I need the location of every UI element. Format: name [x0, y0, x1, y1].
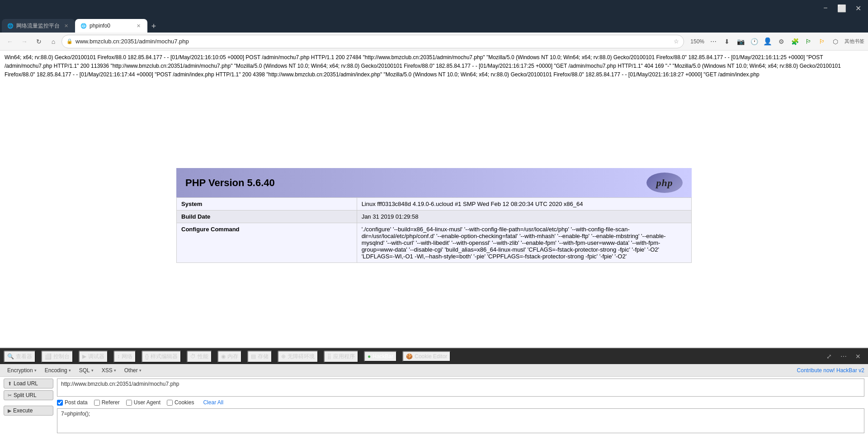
address-input[interactable]: [75, 38, 671, 45]
devtools-debugger[interactable]: ▶ 调试器: [79, 351, 108, 363]
browser-content[interactable]: Win64; x64; rv:88.0) Gecko/20100101 Fire…: [0, 51, 868, 348]
tab-bar: 🌐 网络流量监控平台 ✕ 🌐 phpinfo0 ✕ +: [0, 16, 868, 33]
other-icon[interactable]: ⬡: [829, 35, 842, 48]
devtools-performance[interactable]: ⏱ 性能: [187, 351, 212, 363]
tab-monitor[interactable]: 🌐 网络流量监控平台 ✕: [2, 19, 75, 33]
hackbar-url-area: Post data Referer User Agent Cookies C: [57, 379, 864, 433]
devtools-accessibility[interactable]: ⊕ 无障碍环境: [278, 351, 318, 363]
table-cell-value: Jan 31 2019 01:29:58: [357, 210, 691, 223]
split-url-icon: ✂: [8, 393, 12, 398]
devtools-application[interactable]: ⣿ 应用程序: [324, 351, 359, 363]
encoding-label: Encoding: [45, 367, 67, 374]
tab-close-button[interactable]: ✕: [135, 22, 142, 29]
performance-icon: ⏱: [190, 353, 196, 360]
memory-icon: ◉: [221, 353, 226, 360]
encryption-label: Encryption: [7, 367, 33, 374]
devtools-inspector[interactable]: 🔍 查看器: [4, 351, 36, 363]
menu-encryption[interactable]: Encryption ▾: [4, 366, 40, 375]
post-data-checkbox[interactable]: [57, 400, 63, 406]
execute-button[interactable]: ▶ Execute: [4, 406, 53, 416]
cookies-checkbox-label[interactable]: Cookies: [167, 399, 194, 406]
devtools-cookie-editor[interactable]: 🍪 Cookie Editor: [402, 351, 451, 362]
toolbar-icons: 150% ⋯ ⬇ 📷 🕐 👤 ⚙ 🧩 🏳 🏳 ⬡ 其他书签: [689, 35, 864, 48]
settings-button[interactable]: ⚙: [775, 35, 788, 48]
cookies-label: Cookies: [175, 399, 194, 406]
clear-all-button[interactable]: Clear All: [203, 399, 223, 406]
browser-chrome: − ⬜ ✕ 🌐 网络流量监控平台 ✕ 🌐 phpinfo0 ✕ + ← → ↻ …: [0, 0, 868, 51]
split-url-label: Split URL: [14, 392, 37, 398]
devtools-close[interactable]: ✕: [852, 350, 864, 363]
referer-checkbox-label[interactable]: Referer: [94, 399, 120, 406]
hackbar-panel: Encryption ▾ Encoding ▾ SQL ▾ XSS ▾ Othe…: [0, 364, 868, 435]
sql-dropdown-arrow: ▾: [91, 368, 94, 373]
devtools-console[interactable]: ⬜ 控制台: [41, 351, 73, 363]
xss-dropdown-arrow: ▾: [114, 368, 116, 373]
bookmark-icon[interactable]: ☆: [674, 38, 679, 45]
devtools-memory[interactable]: ◉ 内存: [217, 351, 242, 363]
application-icon: ⣿: [327, 353, 331, 360]
clock-button[interactable]: 🕐: [748, 35, 760, 48]
split-url-button[interactable]: ✂ Split URL: [4, 390, 53, 400]
table-row: Build DateJan 31 2019 01:29:58: [177, 210, 692, 223]
hackbar-menu: Encryption ▾ Encoding ▾ SQL ▾ XSS ▾ Othe…: [0, 364, 868, 377]
table-row: Configure Command'./configure' '--build=…: [177, 223, 692, 263]
hackbar-url-input[interactable]: [57, 379, 864, 397]
table-row: SystemLinux fff0313c848d 4.19.0-6.ucloud…: [177, 198, 692, 210]
encryption-dropdown-arrow: ▾: [34, 368, 37, 373]
menu-button[interactable]: ⋯: [707, 35, 720, 48]
devtools-more[interactable]: ⋯: [837, 350, 850, 363]
menu-sql[interactable]: SQL ▾: [75, 366, 97, 375]
flag-orange[interactable]: 🏳: [816, 35, 828, 48]
menu-xss[interactable]: XSS ▾: [98, 366, 120, 375]
encoding-dropdown-arrow: ▾: [69, 368, 71, 373]
phpinfo-wrap: PHP Version 5.6.40 php SystemLinux fff03…: [0, 168, 868, 263]
minimize-button[interactable]: −: [819, 2, 832, 14]
tab-phpinfo[interactable]: 🌐 phpinfo0 ✕: [75, 19, 147, 33]
devtools-pop-out[interactable]: ⤢: [823, 350, 835, 363]
storage-icon: ▤: [251, 353, 256, 360]
php-header: PHP Version 5.6.40 php: [176, 168, 692, 197]
zoom-level[interactable]: 150%: [689, 37, 706, 46]
puzzle-button[interactable]: 🧩: [788, 35, 801, 48]
load-url-button[interactable]: ⬆ Load URL: [4, 379, 53, 388]
hackbar-post-input[interactable]: [57, 408, 864, 433]
devtools-storage[interactable]: ▤ 存储: [247, 351, 272, 363]
hackbar-action-buttons: ⬆ Load URL ✂ Split URL ▶ Execute: [4, 379, 53, 416]
load-url-icon: ⬆: [8, 381, 12, 387]
post-data-checkbox-label[interactable]: Post data: [57, 399, 88, 406]
flag-green[interactable]: 🏳: [802, 35, 815, 48]
back-button[interactable]: ←: [4, 35, 16, 48]
menu-encoding[interactable]: Encoding ▾: [41, 366, 75, 375]
avatar-button[interactable]: 👤: [761, 35, 774, 48]
devtools-hackbar[interactable]: ● HackBar: [364, 351, 397, 362]
devtools-network[interactable]: ↕ 网络: [113, 351, 136, 363]
referer-checkbox[interactable]: [94, 400, 100, 406]
cookie-icon: 🍪: [406, 353, 413, 360]
php-logo: php: [646, 173, 683, 193]
screenshot-button[interactable]: 📷: [734, 35, 747, 48]
title-bar: − ⬜ ✕: [0, 0, 868, 16]
user-agent-checkbox-label[interactable]: User Agent: [126, 399, 160, 406]
forward-button[interactable]: →: [18, 35, 31, 48]
table-cell-label: Build Date: [177, 210, 357, 223]
refresh-button[interactable]: ↻: [33, 35, 45, 48]
new-tab-button[interactable]: +: [147, 20, 160, 33]
download-button[interactable]: ⬇: [721, 35, 733, 48]
maximize-button[interactable]: ⬜: [835, 2, 848, 14]
table-cell-label: Configure Command: [177, 223, 357, 263]
menu-other[interactable]: Other ▾: [121, 366, 145, 375]
home-button[interactable]: ⌂: [47, 35, 60, 48]
tab-close-button[interactable]: ✕: [62, 22, 70, 29]
devtools-style-editor[interactable]: {} 样式编辑器: [142, 351, 181, 363]
php-logo-text: php: [656, 177, 673, 189]
load-url-label: Load URL: [14, 380, 38, 387]
contribute-text[interactable]: Contribute now! HackBar v2: [797, 367, 864, 374]
user-agent-checkbox[interactable]: [126, 400, 132, 406]
close-window-button[interactable]: ✕: [852, 2, 864, 14]
php-version-title: PHP Version 5.6.40: [185, 177, 275, 189]
debugger-icon: ▶: [82, 353, 86, 360]
tab-label: phpinfo0: [90, 23, 132, 29]
table-cell-value: Linux fff0313c848d 4.19.0-6.ucloud #1 SM…: [357, 198, 691, 210]
bookmarks-label: 其他书签: [844, 38, 864, 45]
cookies-checkbox[interactable]: [167, 400, 173, 406]
